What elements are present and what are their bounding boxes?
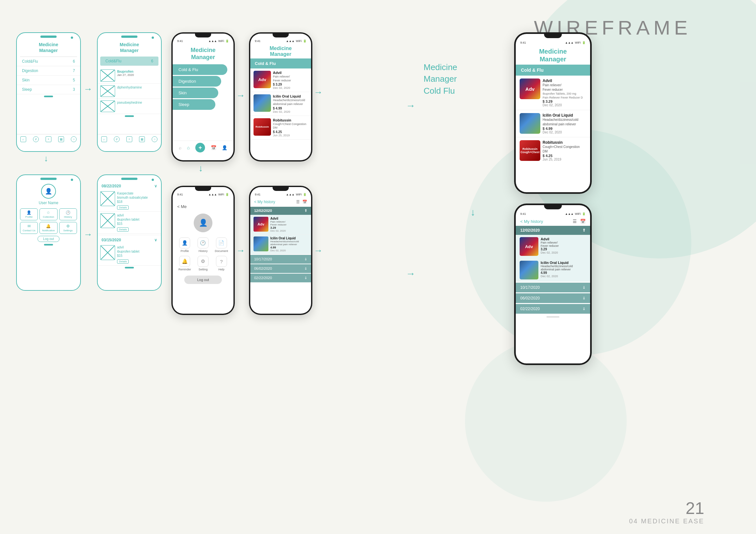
cp1-cat-coldflu[interactable]: Cold & Flu [173, 64, 227, 75]
cp3-help-icon: ? [216, 256, 227, 267]
wire-profile-icon[interactable]: ∂ [33, 136, 39, 142]
wire-details-btn-1[interactable]: Details [117, 205, 129, 210]
arr-cp3-right: → [236, 245, 245, 256]
cp4-menu-icon[interactable]: ☰ [296, 200, 300, 204]
rp1-screen: 9:41 ▲▲▲WiFi🔋 MedicineManager Cold & Flu… [516, 34, 590, 192]
rp1-advil-card[interactable]: Adv Advil Pain reliever/Fever reducer Ib… [516, 76, 590, 110]
rp2-home-indicator [547, 316, 559, 318]
cp1-nav-calendar[interactable]: 📅 [211, 145, 216, 150]
wire-hist-box-1 [100, 191, 115, 206]
cp4-hist-feb[interactable]: 02/22/2020⇓ [250, 274, 311, 282]
wire-row-sleep: Sleep3 [17, 85, 80, 94]
cp3-profile-item[interactable]: 👤 Profile [177, 238, 192, 253]
wire-search-icon[interactable]: ⌕ [20, 136, 26, 142]
color-phone-me-profile: 9:41 ▲▲▲ WiFi 🔋 < Me 👤 👤 Profile 🕐 [171, 186, 235, 315]
rp1-robitussin-img: Robitussin Cough+Chest [520, 140, 540, 161]
main-container: WIREFRAME MedicineManager Cold&Flu6 Dige… [0, 0, 756, 534]
cp4-calendar-icon[interactable]: 📅 [302, 200, 307, 204]
cp3-setting-item[interactable]: ⚙ Setting [196, 256, 211, 271]
cp2-product-robitussin[interactable]: Robitussin Robitussin Cough+Chest Conges… [250, 116, 311, 140]
rp2-feb[interactable]: 02/22/2020⇓ [516, 304, 590, 314]
rp2-menu-icon[interactable]: ☰ [573, 219, 577, 224]
wire-user-icon[interactable]: ○ [71, 136, 77, 142]
cp1-screen: 9:41 ▲▲▲ WiFi 🔋 MedicineManager Cold & F… [173, 34, 233, 160]
cp4-hist-icilin[interactable]: Icilin Oral Liquid Headache/dizziness/co… [250, 235, 311, 254]
cp2-product-icilin[interactable]: Icilin Oral Liquid Headache/dizziness/co… [250, 92, 311, 116]
wire-phone-1-nav: ⌕ ∂ + ▦ ○ [17, 134, 80, 144]
rp2-icilin-card[interactable]: Icilin Oral Liquid Headache/dizziness/co… [516, 258, 590, 282]
wire-logout-button[interactable]: Log out [38, 236, 59, 242]
wire-pgrid-notification[interactable]: 🔔Notification [40, 222, 57, 234]
wire-phone-1-home [44, 96, 53, 97]
wire-pgrid-profile[interactable]: 👤Profile [20, 208, 38, 220]
cp3-logout-button[interactable]: Log out [184, 276, 222, 284]
arr-cp1-to-cp3: ↓ [199, 163, 203, 173]
arrow-wire-1-to-2: → [83, 84, 93, 94]
wire-phone-3: 👤 User Name 👤Profile ☆Collection 🕐Histor… [16, 174, 81, 291]
cp3-me-grid: 👤 Profile 🕐 History 📄 Document 🔔 Reminde… [173, 235, 233, 274]
rp1-app-title: MedicineManager [516, 45, 590, 64]
wire-phone-3-home [44, 244, 53, 245]
rp1-robitussin-card[interactable]: Robitussin Cough+Chest Robitussin Cough+… [516, 137, 590, 164]
rp2-oct[interactable]: 10/17/2020⇓ [516, 283, 590, 292]
wire2-calendar-icon[interactable]: ▦ [139, 136, 145, 142]
cp2-icilin-info: Icilin Oral Liquid Headache/dizziness/co… [273, 94, 308, 113]
cp3-document-item[interactable]: 📄 Document [214, 238, 229, 253]
wire-details-btn-2[interactable]: Details [117, 227, 129, 232]
cp1-title: MedicineManager [173, 44, 233, 63]
cp4-history-header: < My history ☰ 📅 [250, 197, 311, 207]
rp2-history-header: < My history ☰ 📅 [516, 217, 590, 226]
cp4-advil-img: Adv [254, 217, 268, 232]
cp3-reminder-icon: 🔔 [179, 256, 190, 267]
wire-row-skin: Skin5 [17, 76, 80, 85]
cp4-date-dec: 12/02/2020 ⇑ [250, 207, 311, 215]
rp2-icilin-info: Icilin Oral Liquid Headache/dizziness/co… [541, 261, 573, 279]
cp3-reminder-item[interactable]: 🔔 Reminder [177, 256, 192, 271]
cp2-advil-img: Adv [254, 71, 271, 88]
cp4-hist-advil[interactable]: Adv Advil Pain reliever/Fever reducer 3.… [250, 215, 311, 235]
rp1-robitussin-info: Robitussin Cough+Chest CongestionDM $ 4.… [543, 140, 580, 161]
cp1-nav-user[interactable]: 👤 [222, 145, 227, 150]
rp2-jun[interactable]: 06/02/2020⇓ [516, 293, 590, 303]
cp3-screen: 9:41 ▲▲▲ WiFi 🔋 < Me 👤 👤 Profile 🕐 [173, 187, 233, 314]
wire-phone-2: MedicineManager Cold&Flu6 Ibuprofen Jan … [97, 32, 162, 152]
color-phone-medicine-list: 9:41 ▲▲▲ WiFi 🔋 MedicineManager Cold & F… [171, 32, 235, 162]
cp4-back-button[interactable]: < My history [254, 200, 275, 204]
rp2-advil-card[interactable]: Adv Advil Pain reliever/Fever reducer 3.… [516, 235, 590, 258]
wire-details-btn-3[interactable]: Details [117, 259, 129, 264]
wire2-search-icon[interactable]: ⌕ [101, 136, 107, 142]
wire-phone-2-title: MedicineManager [98, 39, 161, 57]
cp3-help-item[interactable]: ? Help [214, 256, 229, 271]
wire-pgrid-contact[interactable]: ✉Contact Us [20, 222, 38, 234]
cp1-nav-add[interactable]: + [195, 143, 205, 152]
wire-pgrid-history[interactable]: 🕐History [59, 208, 77, 220]
cp1-cat-digestion[interactable]: Digestion [173, 76, 221, 87]
arrow-wire-1-to-3: ↓ [44, 153, 48, 164]
wire-box-3 [100, 100, 115, 112]
cp1-cat-skin[interactable]: Skin [173, 88, 218, 98]
rp2-back[interactable]: < My history [520, 219, 543, 224]
cp3-history-item[interactable]: 🕐 History [196, 238, 211, 253]
rp2-calendar-icon[interactable]: 📅 [580, 219, 585, 224]
wire-phone-2-nav: ⌕ ∂ + ▦ ○ [98, 134, 161, 144]
cp2-product-advil[interactable]: Adv Advil Pain reliever/Fever reducer $ … [250, 68, 311, 92]
wire-calendar-icon[interactable]: ▦ [58, 136, 64, 142]
wire2-profile-icon[interactable]: ∂ [114, 136, 120, 142]
cp1-cat-sleep[interactable]: Sleep [173, 99, 215, 110]
wire-pgrid-collection[interactable]: ☆Collection [40, 208, 57, 220]
rp2-advil-img: Adv [520, 237, 538, 256]
cp1-nav-home[interactable]: ⌂ [187, 145, 189, 150]
cp4-hist-jun[interactable]: 06/02/2020⇓ [250, 264, 311, 273]
rp1-icilin-card[interactable]: Icilin Oral Liquid Headache/dizziness/co… [516, 110, 590, 137]
wire-row-digestion: Digestion7 [17, 66, 80, 76]
wire2-add-icon[interactable]: + [126, 136, 132, 142]
wire-hist-date-2: 03/15/2020∨ [98, 235, 161, 243]
cp1-nav-search[interactable]: ⌕ [179, 145, 181, 150]
wire-pgrid-settings[interactable]: ⚙Settings [59, 222, 77, 234]
wire2-user-icon[interactable]: ○ [152, 136, 157, 142]
cp4-hist-oct[interactable]: 10/17/2020⇓ [250, 255, 311, 264]
cp2-screen: 9:41 ▲▲▲ WiFi 🔋 MedicineManager Cold & F… [250, 34, 311, 160]
wire-row-cold: Cold&Flu6 [17, 57, 80, 66]
cp4-notch [273, 186, 289, 191]
wire-add-icon[interactable]: + [45, 136, 51, 142]
